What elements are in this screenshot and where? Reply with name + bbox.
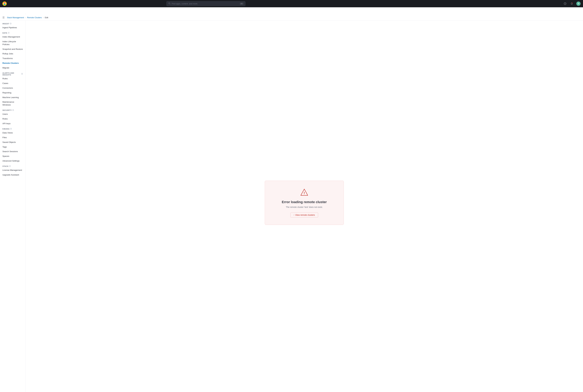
svg-point-3 [3, 3, 4, 4]
sidebar-item-maintenance-windows[interactable]: Maintenance Windows [0, 100, 25, 107]
breadcrumb-separator-1: › [25, 16, 26, 19]
search-kbd: ⌘/ [240, 2, 243, 5]
svg-text:!: ! [304, 191, 305, 195]
sidebar-item-license-management[interactable]: License Management [0, 168, 25, 172]
sidebar-item-remote-clusters[interactable]: Remote Clusters [0, 61, 25, 66]
sidebar-item-users[interactable]: Users [0, 112, 25, 116]
svg-point-4 [5, 3, 6, 4]
breadcrumb-stack-management[interactable]: Stack Management [7, 16, 24, 19]
main-layout: Management Ingest ⓘ Ingest Pipelines Dat… [0, 13, 583, 392]
sidebar-item-rules[interactable]: Rules [0, 76, 25, 81]
sidebar-item-transforms[interactable]: Transforms [0, 56, 25, 61]
error-title: Error loading remote cluster [275, 200, 334, 204]
sidebar-item-files[interactable]: Files [0, 135, 25, 140]
svg-line-6 [170, 4, 170, 4]
sidebar: Management Ingest ⓘ Ingest Pipelines Dat… [0, 13, 26, 392]
section-kibana: Kibana ⓘ [0, 126, 25, 130]
sidebar-item-upgrade-assistant[interactable]: Upgrade Assistant [0, 172, 25, 177]
sidebar-item-spaces[interactable]: Spaces [0, 154, 25, 159]
section-alerts-insights: Alerts and Insights ⓘ [0, 70, 25, 76]
sidebar-item-search-sessions[interactable]: Search Sessions [0, 149, 25, 154]
data-info-icon[interactable]: ⓘ [8, 32, 10, 34]
error-description: The remote cluster 'test' does not exist… [275, 206, 334, 208]
kibana-info-icon[interactable]: ⓘ [10, 128, 12, 130]
sidebar-item-data-views[interactable]: Data Views [0, 130, 25, 135]
breadcrumb-separator-2: › [43, 16, 44, 19]
stack-info-icon[interactable]: ⓘ [9, 165, 11, 167]
sidebar-item-advanced-settings[interactable]: Advanced Settings [0, 159, 25, 163]
sidebar-item-reporting[interactable]: Reporting [0, 90, 25, 95]
sidebar-item-rollup-jobs[interactable]: Rollup Jobs [0, 52, 25, 56]
sidebar-item-cases[interactable]: Cases [0, 81, 25, 86]
section-stack: Stack ⓘ [0, 163, 25, 168]
section-security: Security ⓘ [0, 107, 25, 112]
sidebar-item-tags[interactable]: Tags [0, 145, 25, 150]
breadcrumb-remote-clusters[interactable]: Remote Clusters [27, 16, 42, 19]
chevron-left-icon: ‹ [294, 214, 294, 216]
notifications-icon[interactable] [570, 2, 574, 6]
svg-text:?: ? [565, 3, 565, 4]
main-content: ! Error loading remote cluster The remot… [26, 13, 583, 392]
view-remote-clusters-button[interactable]: ‹ View remote clusters [290, 212, 318, 218]
elastic-logo[interactable] [3, 2, 7, 6]
sidebar-item-connectors[interactable]: Connectors [0, 86, 25, 90]
error-card: ! Error loading remote cluster The remot… [265, 181, 344, 225]
sidebar-item-migrate[interactable]: Migrate [0, 66, 25, 70]
nav-right-actions: ? D [563, 2, 580, 6]
sidebar-item-saved-objects[interactable]: Saved Objects [0, 140, 25, 145]
svg-point-0 [3, 2, 7, 6]
svg-point-9 [572, 3, 573, 4]
search-icon [168, 2, 171, 5]
breadcrumb-bar: ☰ Stack Management › Remote Clusters › E… [0, 14, 583, 21]
search-input[interactable] [172, 2, 239, 5]
sidebar-item-machine-learning[interactable]: Machine Learning [0, 95, 25, 100]
alerts-info-icon[interactable]: ⓘ [21, 73, 23, 75]
sidebar-toggle[interactable]: ☰ [3, 16, 5, 19]
error-icon: ! [275, 188, 334, 197]
section-ingest: Ingest ⓘ [0, 21, 25, 25]
sidebar-item-index-management[interactable]: Index Management [0, 34, 25, 39]
help-icon[interactable]: ? [563, 2, 567, 6]
section-data: Data ⓘ [0, 30, 25, 34]
breadcrumb-edit: Edit [45, 16, 48, 19]
view-clusters-label: View remote clusters [295, 214, 315, 216]
user-avatar[interactable]: D [576, 2, 580, 6]
security-info-icon[interactable]: ⓘ [12, 109, 14, 111]
sidebar-item-roles[interactable]: Roles [0, 116, 25, 121]
top-navigation: ⌘/ ? D [0, 0, 583, 7]
sidebar-item-api-keys[interactable]: API keys [0, 121, 25, 126]
global-search-bar[interactable]: ⌘/ [166, 1, 245, 6]
sidebar-item-index-lifecycle-policies[interactable]: Index Lifecycle Policies [0, 39, 25, 47]
ingest-info-icon[interactable]: ⓘ [10, 22, 12, 25]
sidebar-item-snapshot-restore[interactable]: Snapshot and Restore [0, 47, 25, 52]
sidebar-item-ingest-pipelines[interactable]: Ingest Pipelines [0, 25, 25, 30]
